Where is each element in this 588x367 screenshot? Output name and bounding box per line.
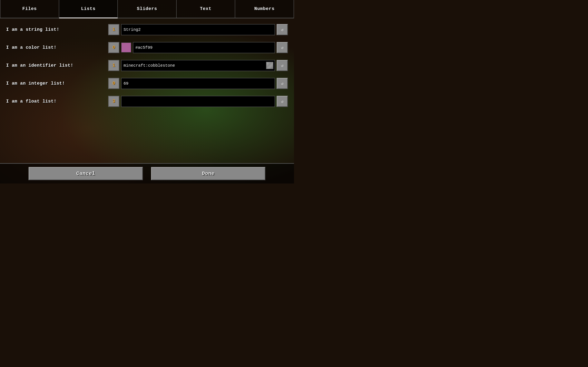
list-item: I am a color list! 0 ↺ <box>6 40 288 55</box>
list-item: I am a string list! 1 ↺ <box>6 22 288 37</box>
main-content: I am a string list! 1 ↺ I am a color lis… <box>0 18 294 163</box>
list-item: I am an integer list! 0 ↺ <box>6 76 288 91</box>
color-list-input[interactable] <box>133 42 275 53</box>
integer-list-controls: 0 ↺ <box>108 78 288 89</box>
float-list-input[interactable] <box>121 96 275 107</box>
identifier-list-reset-button[interactable]: ↺ <box>277 60 288 71</box>
float-list-reset-button[interactable]: ↺ <box>277 96 288 107</box>
cobblestone-block-icon <box>266 62 273 69</box>
identifier-list-controls: 1 ↺ <box>108 60 288 71</box>
tab-numbers[interactable]: Numbers <box>235 0 294 18</box>
integer-list-index[interactable]: 0 <box>108 78 120 89</box>
tab-sliders[interactable]: Sliders <box>118 0 177 18</box>
done-button[interactable]: Done <box>151 167 265 180</box>
list-item: I am a float list! 3 ↺ <box>6 94 288 108</box>
string-list-reset-button[interactable]: ↺ <box>277 24 288 35</box>
color-list-label: I am a color list! <box>6 45 108 50</box>
tab-lists[interactable]: Lists <box>59 0 118 18</box>
string-list-index[interactable]: 1 <box>108 24 120 35</box>
list-item: I am an identifier list! 1 ↺ <box>6 58 288 73</box>
integer-list-reset-button[interactable]: ↺ <box>277 78 288 89</box>
color-list-index[interactable]: 0 <box>108 42 120 53</box>
string-list-label: I am a string list! <box>6 27 108 32</box>
identifier-list-index[interactable]: 1 <box>108 60 120 71</box>
float-list-controls: 3 ↺ <box>108 96 288 107</box>
bottom-bar: Cancel Done <box>0 163 294 184</box>
tab-bar: Files Lists Sliders Text Numbers <box>0 0 294 18</box>
tab-files[interactable]: Files <box>0 0 59 18</box>
identifier-list-input[interactable] <box>121 60 275 71</box>
cancel-button[interactable]: Cancel <box>29 167 143 180</box>
float-list-index[interactable]: 3 <box>108 96 120 107</box>
identifier-list-label: I am an identifier list! <box>6 63 108 68</box>
float-list-label: I am a float list! <box>6 99 108 104</box>
identifier-input-wrapper <box>121 60 275 71</box>
string-list-input[interactable] <box>121 24 275 35</box>
color-list-reset-button[interactable]: ↺ <box>277 42 288 53</box>
tab-text[interactable]: Text <box>177 0 235 18</box>
color-list-controls: 0 ↺ <box>108 42 288 53</box>
string-list-controls: 1 ↺ <box>108 24 288 35</box>
integer-list-label: I am an integer list! <box>6 81 108 86</box>
color-swatch[interactable] <box>121 42 131 53</box>
ui-container: Files Lists Sliders Text Numbers I am a … <box>0 0 294 184</box>
integer-list-input[interactable] <box>121 78 275 89</box>
